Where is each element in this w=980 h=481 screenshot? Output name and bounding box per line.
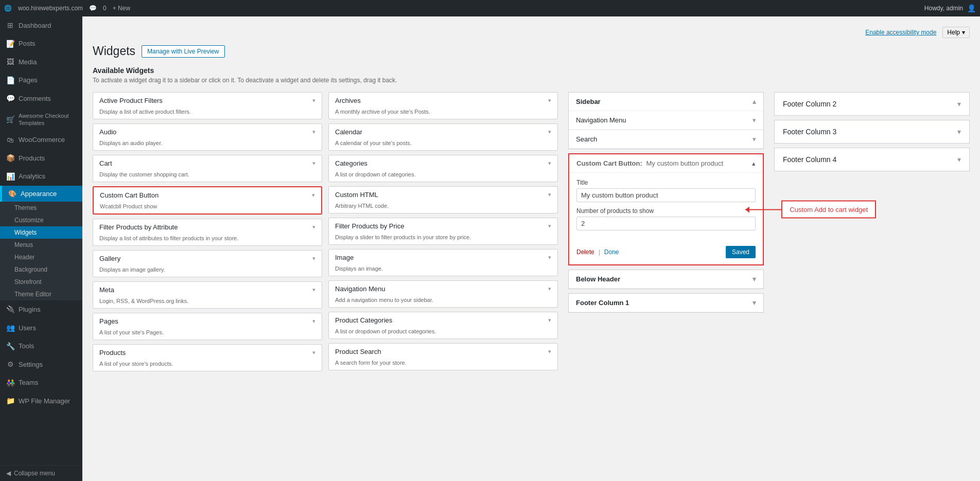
enable-accessibility-link[interactable]: Enable accessibility mode bbox=[865, 29, 936, 36]
widget-product-categories[interactable]: Product Categories ▾ A list or dropdown … bbox=[328, 312, 558, 339]
submenu-background[interactable]: Background bbox=[0, 263, 82, 276]
nav-menu-widget-row[interactable]: Navigation Menu ▾ bbox=[569, 111, 763, 130]
widget-header-filter-products-price[interactable]: Filter Products by Price ▾ bbox=[329, 218, 557, 234]
footer-column-4-header[interactable]: Footer Column 4 ▾ bbox=[775, 148, 969, 171]
footer-column-2-header[interactable]: Footer Column 2 ▾ bbox=[775, 93, 969, 115]
awesome-checkout-icon: 🛒 bbox=[6, 115, 14, 124]
sidebar-item-appearance[interactable]: 🎨 Appearance bbox=[0, 186, 82, 202]
widget-header-meta[interactable]: Meta ▾ bbox=[93, 282, 322, 298]
widget-calendar[interactable]: Calendar ▾ A calendar of your site's pos… bbox=[328, 123, 558, 151]
sidebar-item-analytics[interactable]: 📊 Analytics bbox=[0, 168, 82, 186]
footer-column-1-area-header[interactable]: Footer Column 1 ▾ bbox=[569, 294, 763, 312]
sidebar-item-woocommerce[interactable]: 🛍 WooCommerce bbox=[0, 131, 82, 150]
chevron-down-icon: ▾ bbox=[548, 286, 551, 292]
sidebar-item-teams[interactable]: 👫 Teams bbox=[0, 374, 82, 393]
widget-header-audio[interactable]: Audio ▾ bbox=[93, 124, 322, 140]
widget-header-active-product-filters[interactable]: Active Product Filters ▾ bbox=[93, 93, 322, 109]
widget-header-product-search[interactable]: Product Search ▾ bbox=[329, 344, 557, 360]
sidebar-item-settings[interactable]: ⚙ Settings bbox=[0, 355, 82, 374]
footer-column-1-area-title: Footer Column 1 bbox=[576, 299, 629, 307]
products-form-group: Number of products to show bbox=[576, 207, 756, 230]
new-content-button[interactable]: + New bbox=[113, 5, 130, 12]
submenu-widgets[interactable]: Widgets bbox=[0, 226, 82, 239]
widget-header-custom-cart-button[interactable]: Custom Cart Button ▾ bbox=[94, 187, 321, 203]
help-button[interactable]: Help ▾ bbox=[942, 27, 970, 38]
chevron-down-icon: ▾ bbox=[548, 129, 551, 135]
manage-preview-button[interactable]: Manage with Live Preview bbox=[142, 45, 224, 58]
widget-product-search[interactable]: Product Search ▾ A search form for your … bbox=[328, 343, 558, 370]
title-label: Title bbox=[576, 179, 756, 186]
submenu-storefront[interactable]: Storefront bbox=[0, 276, 82, 288]
widget-image[interactable]: Image ▾ Displays an image. bbox=[328, 249, 558, 276]
widget-header-product-categories[interactable]: Product Categories ▾ bbox=[329, 312, 557, 328]
widget-header-custom-html[interactable]: Custom HTML ▾ bbox=[329, 187, 557, 203]
sidebar-item-pages[interactable]: 📄 Pages bbox=[0, 72, 82, 90]
widget-filter-products-attribute[interactable]: Filter Products by Attribute ▾ Display a… bbox=[93, 219, 322, 246]
sidebar-label-teams: Teams bbox=[19, 378, 38, 387]
done-link[interactable]: Done bbox=[604, 248, 619, 256]
widget-filter-products-price[interactable]: Filter Products by Price ▾ Display a sli… bbox=[328, 218, 558, 245]
available-widgets-section: Available Widgets To activate a widget d… bbox=[93, 66, 970, 84]
sidebar-item-tools[interactable]: 🔧 Tools bbox=[0, 337, 82, 356]
search-widget-row[interactable]: Search ▾ bbox=[569, 130, 763, 149]
widget-header-categories[interactable]: Categories ▾ bbox=[329, 155, 557, 171]
collapse-menu[interactable]: ◀ Collapse menu bbox=[0, 465, 82, 481]
howdy-text: Howdy, admin 👤 bbox=[924, 4, 976, 12]
sidebar-item-awesome-checkout[interactable]: 🛒 Awesome Checkout Templates bbox=[0, 108, 82, 131]
widget-audio[interactable]: Audio ▾ Displays an audio player. bbox=[93, 123, 322, 151]
widget-header-filter-products-attribute[interactable]: Filter Products by Attribute ▾ bbox=[93, 219, 322, 235]
title-input[interactable] bbox=[576, 188, 756, 202]
site-name[interactable]: woo.hirewebxperts.com bbox=[18, 5, 83, 12]
widget-gallery[interactable]: Gallery ▾ Displays an image gallery. bbox=[93, 250, 322, 277]
chevron-down-icon: ▾ bbox=[752, 299, 756, 307]
widget-active-product-filters[interactable]: Active Product Filters ▾ Display a list … bbox=[93, 92, 322, 119]
sidebar-item-dashboard[interactable]: ⊞ Dashboard bbox=[0, 16, 82, 35]
delete-link[interactable]: Delete bbox=[576, 248, 594, 256]
footer-column-4-title: Footer Column 4 bbox=[783, 155, 836, 164]
widget-header-pages[interactable]: Pages ▾ bbox=[93, 313, 322, 329]
widget-archives[interactable]: Archives ▾ A monthly archive of your sit… bbox=[328, 92, 558, 119]
widget-custom-cart-button[interactable]: Custom Cart Button ▾ Wcatcbll Product sh… bbox=[93, 186, 322, 215]
submenu-theme-editor[interactable]: Theme Editor bbox=[0, 288, 82, 300]
submenu-menus[interactable]: Menus bbox=[0, 239, 82, 251]
below-header-area-title: Below Header bbox=[576, 275, 620, 283]
widget-navigation-menu[interactable]: Navigation Menu ▾ Add a navigation menu … bbox=[328, 280, 558, 308]
widget-header-image[interactable]: Image ▾ bbox=[329, 250, 557, 265]
footer-column-4-area: Footer Column 4 ▾ bbox=[774, 148, 970, 171]
widget-header-navigation-menu[interactable]: Navigation Menu ▾ bbox=[329, 281, 557, 297]
sidebar-item-plugins[interactable]: 🔌 Plugins bbox=[0, 300, 82, 319]
submenu-customize[interactable]: Customize bbox=[0, 214, 82, 226]
posts-icon: 📝 bbox=[6, 39, 14, 49]
top-bar: Enable accessibility mode Help ▾ bbox=[93, 27, 970, 38]
sidebar-area-header[interactable]: Sidebar ▴ bbox=[569, 93, 763, 111]
sidebar-label-awesome-checkout: Awesome Checkout Templates bbox=[19, 112, 76, 127]
widget-pages[interactable]: Pages ▾ A list of your site's Pages. bbox=[93, 313, 322, 340]
nav-menu-widget-header[interactable]: Navigation Menu ▾ bbox=[569, 111, 763, 130]
widget-cart[interactable]: Cart ▾ Display the customer shopping car… bbox=[93, 155, 322, 182]
sidebar-item-comments[interactable]: 💬 Comments bbox=[0, 90, 82, 108]
products-count-input[interactable] bbox=[576, 217, 756, 230]
widget-custom-html[interactable]: Custom HTML ▾ Arbitrary HTML code. bbox=[328, 186, 558, 213]
widget-categories[interactable]: Categories ▾ A list or dropdown of categ… bbox=[328, 155, 558, 182]
sidebar-item-products[interactable]: 📦 Products bbox=[0, 149, 82, 168]
search-widget-header[interactable]: Search ▾ bbox=[569, 130, 763, 149]
below-header-area-header[interactable]: Below Header ▾ bbox=[569, 270, 763, 289]
widget-header-products[interactable]: Products ▾ bbox=[93, 345, 322, 361]
sidebar-item-posts[interactable]: 📝 Posts bbox=[0, 35, 82, 54]
submenu-themes[interactable]: Themes bbox=[0, 202, 82, 214]
widget-header-gallery[interactable]: Gallery ▾ bbox=[93, 251, 322, 266]
widget-header-calendar[interactable]: Calendar ▾ bbox=[329, 124, 557, 140]
submenu-header[interactable]: Header bbox=[0, 251, 82, 263]
widget-meta[interactable]: Meta ▾ Login, RSS, & WordPress.org links… bbox=[93, 281, 322, 309]
admin-sidebar: ⊞ Dashboard 📝 Posts 🖼 Media 📄 Pages 💬 Co… bbox=[0, 16, 82, 481]
saved-button[interactable]: Saved bbox=[726, 246, 756, 258]
widget-products[interactable]: Products ▾ A list of your store's produc… bbox=[93, 344, 322, 371]
expanded-widget-header[interactable]: Custom Cart Button: My custom button pro… bbox=[569, 154, 763, 173]
sidebar-item-users[interactable]: 👥 Users bbox=[0, 319, 82, 337]
sidebar-item-media[interactable]: 🖼 Media bbox=[0, 53, 82, 72]
footer-column-3-header[interactable]: Footer Column 3 ▾ bbox=[775, 120, 969, 143]
widget-header-cart[interactable]: Cart ▾ bbox=[93, 155, 322, 171]
widget-form: Title Number of products to show bbox=[569, 173, 763, 242]
sidebar-item-wp-file-manager[interactable]: 📁 WP File Manager bbox=[0, 392, 82, 411]
widget-header-archives[interactable]: Archives ▾ bbox=[329, 93, 557, 109]
